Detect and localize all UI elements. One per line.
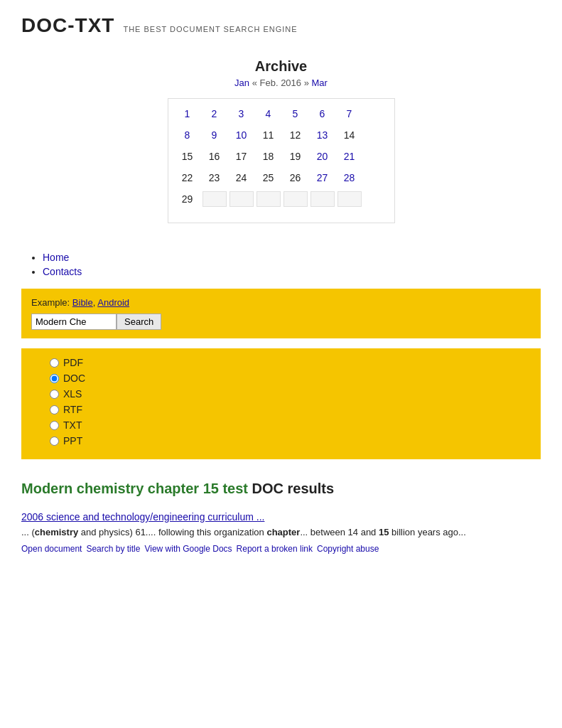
archive-next-link[interactable]: Mar — [312, 77, 328, 88]
calendar-day: 22 — [175, 170, 200, 186]
archive-nav-separator: « — [252, 77, 260, 88]
calendar-day-link[interactable]: 2 — [202, 106, 227, 122]
calendar-day-link[interactable]: 6 — [310, 106, 335, 122]
example-link-android[interactable]: Android — [97, 297, 129, 308]
archive-title: Archive — [255, 58, 307, 75]
calendar-day-link[interactable]: 21 — [337, 149, 362, 164]
calendar-empty-cell — [337, 191, 362, 207]
calendar-day-link[interactable]: 7 — [337, 106, 362, 122]
calendar-day: 29 — [175, 191, 200, 207]
calendar-day-anchor[interactable]: 10 — [236, 129, 247, 141]
example-link-bible[interactable]: Bible — [72, 297, 93, 308]
calendar-day: 12 — [283, 127, 308, 143]
site-title: DOC-TXT — [21, 14, 114, 37]
calendar-empty-cell — [283, 191, 308, 207]
calendar-row: 29 — [175, 191, 380, 207]
filetype-item-pdf: PDF — [50, 357, 526, 368]
calendar-day-link[interactable]: 8 — [175, 127, 200, 143]
search-button[interactable]: Search — [117, 314, 161, 330]
calendar-day-anchor[interactable]: 28 — [344, 172, 355, 183]
calendar-day: 18 — [256, 149, 281, 164]
nav-link-home[interactable]: Home — [43, 252, 69, 263]
calendar-day-link[interactable]: 1 — [175, 106, 200, 122]
results-title: Modern chemistry chapter 15 test DOC res… — [21, 481, 541, 497]
filetype-label-txt: TXT — [63, 419, 82, 431]
search-example: Example: Bible, Android — [31, 297, 531, 308]
calendar-day-link[interactable]: 3 — [229, 106, 254, 122]
filetype-radio-xls[interactable] — [50, 390, 59, 399]
calendar-day: 26 — [283, 170, 308, 186]
archive-section: Archive Jan « Feb. 2016 » Mar 1234567891… — [21, 58, 541, 237]
calendar-day: 15 — [175, 149, 200, 164]
archive-prev-link[interactable]: Jan — [234, 77, 249, 88]
calendar-row: 891011121314 — [175, 127, 380, 143]
calendar-day-anchor[interactable]: 21 — [344, 151, 355, 162]
calendar-day-anchor[interactable]: 13 — [317, 129, 328, 141]
calendar-day: 19 — [283, 149, 308, 164]
site-tagline: THE BEST DOCUMENT SEARCH ENGINE — [123, 25, 297, 33]
site-header: DOC-TXT THE BEST DOCUMENT SEARCH ENGINE — [21, 14, 541, 37]
calendar-day: 25 — [256, 170, 281, 186]
calendar-day-link[interactable]: 10 — [229, 127, 254, 143]
calendar-day-anchor[interactable]: 1 — [185, 108, 190, 119]
calendar-container: 1234567891011121314151617181920212223242… — [168, 98, 395, 223]
results-section: Modern chemistry chapter 15 test DOC res… — [21, 481, 541, 554]
archive-nav: Jan « Feb. 2016 » Mar — [234, 77, 328, 88]
calendar-day-anchor[interactable]: 4 — [266, 108, 271, 119]
results-query: Modern chemistry chapter 15 test — [21, 481, 248, 496]
filetype-label-doc: DOC — [63, 373, 85, 384]
calendar-day-link[interactable]: 20 — [310, 149, 335, 164]
calendar-empty-cell — [256, 191, 281, 207]
result-action-search-by-title[interactable]: Search by title — [86, 544, 140, 554]
calendar-day-anchor[interactable]: 8 — [185, 129, 190, 141]
result-action-view-with-google-docs[interactable]: View with Google Docs — [144, 544, 232, 554]
result-link[interactable]: 2006 science and technology/engineering … — [21, 511, 541, 523]
calendar-day-anchor[interactable]: 5 — [293, 108, 298, 119]
calendar-day-anchor[interactable]: 6 — [320, 108, 325, 119]
archive-nav-separator2: » — [304, 77, 312, 88]
calendar-day-link[interactable]: 27 — [310, 170, 335, 186]
calendar-day-anchor[interactable]: 7 — [347, 108, 352, 119]
filetype-item-doc: DOC — [50, 373, 526, 384]
calendar-day-anchor[interactable]: 20 — [317, 151, 328, 162]
results-title-suffix: DOC results — [252, 481, 335, 496]
search-input-row: Search — [31, 314, 531, 330]
filetype-label-ppt: PPT — [63, 435, 82, 446]
calendar-day-link[interactable]: 9 — [202, 127, 227, 143]
filetype-radio-txt[interactable] — [50, 421, 59, 430]
calendar-day: 14 — [337, 127, 362, 143]
archive-current-month: Feb. 2016 — [260, 77, 302, 88]
filetype-item-xls: XLS — [50, 388, 526, 400]
search-input[interactable] — [31, 314, 117, 330]
nav-link-contacts[interactable]: Contacts — [43, 266, 82, 277]
example-label: Example: — [31, 297, 70, 308]
result-actions: Open documentSearch by titleView with Go… — [21, 544, 541, 554]
calendar-day-anchor[interactable]: 3 — [239, 108, 244, 119]
example-links: Bible, Android — [72, 297, 129, 308]
filetype-label-pdf: PDF — [63, 357, 83, 368]
calendar-day-anchor[interactable]: 9 — [212, 129, 217, 141]
filetype-label-xls: XLS — [63, 388, 82, 400]
calendar-day-anchor[interactable]: 2 — [212, 108, 217, 119]
result-item: 2006 science and technology/engineering … — [21, 511, 541, 554]
calendar-row: 1234567 — [175, 106, 380, 122]
filetype-radio-doc[interactable] — [50, 374, 59, 383]
calendar-day: 23 — [202, 170, 227, 186]
filetype-list: PDFDOCXLSRTFTXTPPT — [36, 357, 526, 446]
calendar-day-link[interactable]: 28 — [337, 170, 362, 186]
calendar-day: 24 — [229, 170, 254, 186]
results-list: 2006 science and technology/engineering … — [21, 511, 541, 554]
search-box: Example: Bible, Android Search — [21, 289, 541, 338]
result-action-copyright-abuse[interactable]: Copyright abuse — [317, 544, 379, 554]
result-action-open-document[interactable]: Open document — [21, 544, 82, 554]
calendar-day: 11 — [256, 127, 281, 143]
result-action-report-a-broken-link[interactable]: Report a broken link — [237, 544, 313, 554]
filetype-radio-pdf[interactable] — [50, 358, 59, 368]
filetype-box: PDFDOCXLSRTFTXTPPT — [21, 348, 541, 459]
filetype-radio-ppt[interactable] — [50, 437, 59, 446]
calendar-day-link[interactable]: 13 — [310, 127, 335, 143]
calendar-day-link[interactable]: 4 — [256, 106, 281, 122]
filetype-radio-rtf[interactable] — [50, 405, 59, 414]
calendar-day-link[interactable]: 5 — [283, 106, 308, 122]
calendar-day-anchor[interactable]: 27 — [317, 172, 328, 183]
